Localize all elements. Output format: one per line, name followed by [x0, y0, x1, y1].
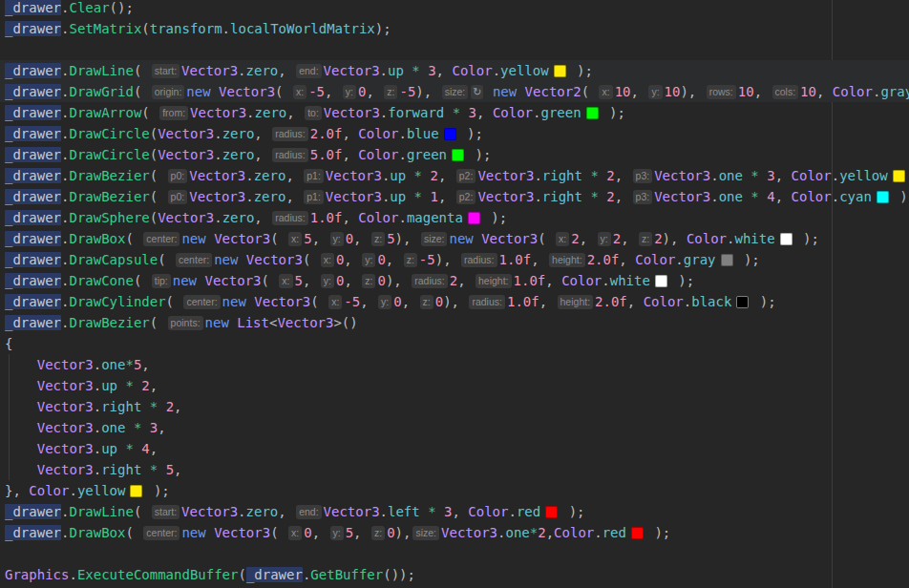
code-token: _drawer	[5, 63, 61, 78]
code-token: Vector3	[204, 273, 261, 288]
code-token: *	[444, 105, 468, 120]
code-line[interactable]: _drawer.DrawBezier( p0:Vector3.zero, p1:…	[0, 186, 909, 207]
code-token: 10	[615, 84, 631, 99]
code-line[interactable]: _drawer.DrawCylinder( center:new Vector3…	[0, 291, 909, 312]
code-line[interactable]: _drawer.DrawSphere(Vector3.zero, radius:…	[0, 207, 909, 228]
code-token: 0	[387, 525, 394, 540]
code-token: _drawer	[5, 525, 61, 540]
code-token: left	[388, 504, 420, 519]
code-token: gray	[684, 252, 716, 267]
code-token: .	[238, 504, 245, 519]
code-token: *	[582, 168, 606, 183]
code-token: _drawer	[5, 504, 61, 519]
code-token: Vector3	[214, 231, 270, 246]
color-swatch	[877, 191, 889, 203]
code-line[interactable]: Vector3.up * 2,	[0, 375, 909, 396]
code-line[interactable]: _drawer.DrawCone( tip:new Vector3( x:5, …	[0, 270, 909, 291]
code-token: ,	[386, 252, 402, 267]
code-token: .	[594, 525, 602, 540]
code-token: ,	[278, 63, 294, 78]
code-token: ,	[342, 126, 358, 141]
code-line[interactable]	[0, 39, 909, 60]
code-line[interactable]: _drawer.DrawGrid( origin:new Vector3( x:…	[0, 81, 909, 102]
code-line[interactable]: {	[0, 333, 909, 354]
code-token	[5, 399, 37, 414]
code-line[interactable]: _drawer.DrawBezier( points:new List<Vect…	[0, 312, 909, 333]
code-line[interactable]: _drawer.DrawCircle(Vector3.zero, radius:…	[0, 144, 909, 165]
code-line[interactable]: }, Color.yellow );	[0, 480, 909, 501]
code-token: 5	[166, 462, 174, 477]
code-line[interactable]: Vector3.up * 4,	[0, 438, 909, 459]
code-token: .	[214, 126, 222, 141]
inlay-hint: x:	[556, 232, 569, 246]
color-swatch	[655, 275, 667, 287]
code-token: *	[743, 189, 767, 204]
color-swatch	[130, 485, 142, 497]
code-token: 3	[428, 63, 435, 78]
inlay-hint: tip:	[152, 274, 171, 288]
code-token: new	[186, 84, 219, 99]
code-line[interactable]: _drawer.DrawLine( start:Vector3.zero, en…	[0, 501, 909, 522]
inlay-hint: radius:	[412, 274, 448, 288]
code-token: up	[390, 168, 406, 183]
code-line[interactable]: _drawer.DrawLine( start:Vector3.zero, en…	[0, 60, 909, 81]
code-token: .	[222, 21, 230, 36]
code-token: _drawer	[5, 0, 61, 15]
inlay-hint: to:	[305, 106, 322, 120]
code-token: 3	[767, 168, 774, 183]
code-line[interactable]: _drawer.DrawBox( center:new Vector3( x:5…	[0, 228, 909, 249]
code-line[interactable]: _drawer.Clear();	[0, 0, 909, 18]
color-swatch	[468, 212, 480, 224]
code-token: ,	[754, 84, 771, 99]
code-token: .	[94, 441, 101, 456]
code-line[interactable]: Vector3.right * 5,	[0, 459, 909, 480]
inlay-hint: size:	[442, 85, 469, 99]
code-token: ,	[285, 168, 302, 183]
code-token: (	[125, 525, 141, 540]
inlay-hint: z:	[371, 232, 385, 246]
inlay-hint: size:	[421, 232, 448, 246]
code-token: DrawBox	[69, 231, 125, 246]
code-token: up	[101, 378, 117, 393]
code-line[interactable]	[0, 543, 909, 564]
code-token: (	[150, 168, 166, 183]
code-line[interactable]: Vector3.one * 3,	[0, 417, 909, 438]
code-token: .	[534, 168, 541, 183]
code-token: right	[542, 189, 582, 204]
code-token: ,	[775, 189, 792, 204]
code-token: _drawer	[5, 294, 61, 309]
code-token: );	[560, 504, 584, 519]
code-editor[interactable]: _drawer.Clear();_drawer.SetMatrix(transf…	[0, 0, 909, 588]
code-token: ,	[254, 210, 270, 225]
code-line[interactable]: _drawer.SetMatrix(transform.localToWorld…	[0, 18, 909, 39]
code-line[interactable]: _drawer.DrawCapsule( center:new Vector3(…	[0, 249, 909, 270]
code-token: -5	[419, 252, 435, 267]
code-token: .	[245, 168, 253, 183]
inlay-hint: z:	[420, 295, 433, 309]
code-token: .	[94, 357, 101, 372]
code-line[interactable]: _drawer.DrawBox( center:new Vector3( x:0…	[0, 522, 909, 543]
code-token: .	[246, 105, 254, 120]
code-line[interactable]: _drawer.DrawBezier( p0:Vector3.zero, p1:…	[0, 165, 909, 186]
code-line[interactable]: Graphics.ExecuteCommandBuffer(_drawer.Ge…	[0, 564, 909, 585]
code-token: (	[310, 294, 327, 309]
code-token: ,	[539, 294, 556, 309]
code-token: _drawer	[5, 189, 61, 204]
code-token: ),	[395, 231, 419, 246]
code-token: ,	[621, 231, 637, 246]
code-area[interactable]: _drawer.Clear();_drawer.SetMatrix(transf…	[0, 0, 909, 585]
code-line[interactable]: Vector3.one*5,	[0, 354, 909, 375]
code-line[interactable]: _drawer.DrawCircle(Vector3.zero, radius:…	[0, 123, 909, 144]
code-token: ,	[286, 105, 303, 120]
code-token: cyan	[839, 189, 872, 204]
code-token: 0	[435, 294, 443, 309]
code-token: 2	[430, 168, 437, 183]
code-line[interactable]: Vector3.right * 2,	[0, 396, 909, 417]
code-token: .	[493, 63, 500, 78]
code-token: _drawer	[5, 168, 61, 183]
code-line[interactable]: _drawer.DrawArrow( from:Vector3.zero, to…	[0, 102, 909, 123]
code-token: Vector3	[37, 420, 94, 435]
inlay-hint: center:	[143, 526, 180, 540]
code-token: Clear	[69, 0, 109, 15]
code-token: Vector3	[219, 84, 275, 99]
